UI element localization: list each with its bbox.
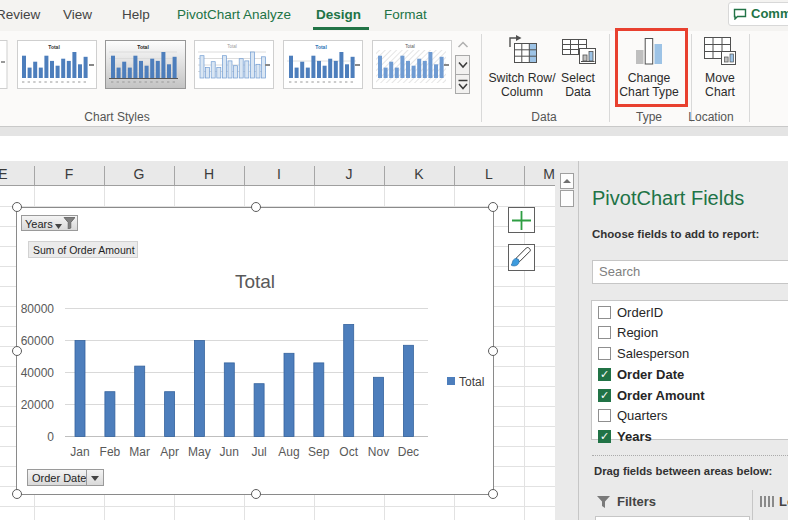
svg-text:Total: Total	[235, 271, 275, 292]
svg-text:Total: Total	[48, 44, 60, 50]
svg-text:Nov: Nov	[368, 445, 389, 459]
svg-text:20000: 20000	[21, 398, 55, 412]
svg-text:Dec: Dec	[398, 445, 419, 459]
svg-text:60000: 60000	[21, 334, 55, 348]
svg-text:Total: Total	[405, 44, 415, 49]
svg-text:40000: 40000	[21, 366, 55, 380]
svg-text:Feb: Feb	[100, 445, 121, 459]
svg-text:Mar: Mar	[129, 445, 150, 459]
svg-text:May: May	[188, 445, 211, 459]
svg-text:Apr: Apr	[160, 445, 179, 459]
svg-text:Total: Total	[459, 375, 484, 389]
svg-text:0: 0	[47, 430, 54, 444]
svg-text:Aug: Aug	[278, 445, 299, 459]
svg-text:Oct: Oct	[339, 445, 358, 459]
svg-text:80000: 80000	[21, 302, 55, 316]
svg-text:Total: Total	[315, 44, 327, 50]
svg-text:Sep: Sep	[308, 445, 330, 459]
svg-text:Total: Total	[137, 44, 149, 50]
svg-text:Jul: Jul	[251, 445, 266, 459]
svg-text:Jan: Jan	[70, 445, 89, 459]
svg-text:Jun: Jun	[220, 445, 239, 459]
svg-text:Total: Total	[227, 44, 237, 49]
